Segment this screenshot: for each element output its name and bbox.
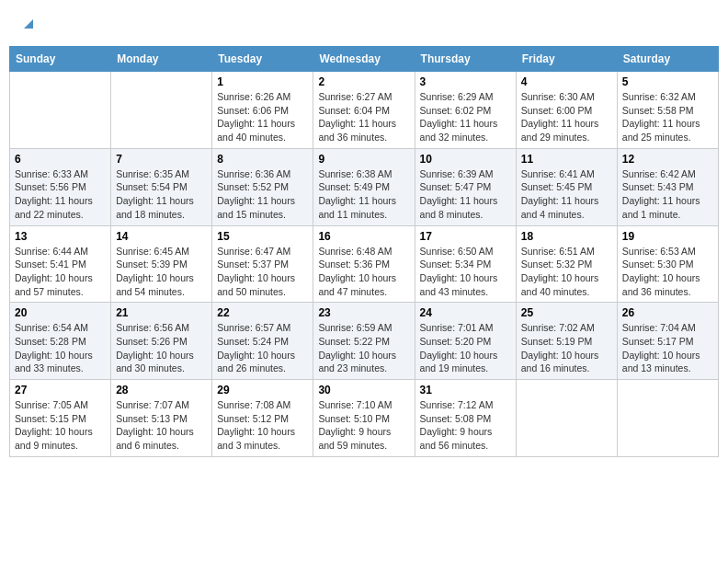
- day-info: Sunrise: 7:12 AM Sunset: 5:08 PM Dayligh…: [420, 398, 511, 453]
- day-number: 10: [420, 153, 511, 166]
- calendar-cell: [516, 380, 617, 457]
- calendar-cell: 9Sunrise: 6:38 AM Sunset: 5:49 PM Daylig…: [313, 148, 415, 225]
- day-info: Sunrise: 7:05 AM Sunset: 5:15 PM Dayligh…: [15, 398, 106, 453]
- logo: [18, 14, 37, 34]
- calendar-cell: 31Sunrise: 7:12 AM Sunset: 5:08 PM Dayli…: [415, 380, 516, 457]
- calendar-cell: 30Sunrise: 7:10 AM Sunset: 5:10 PM Dayli…: [313, 380, 415, 457]
- day-info: Sunrise: 6:39 AM Sunset: 5:47 PM Dayligh…: [420, 167, 511, 222]
- day-info: Sunrise: 6:57 AM Sunset: 5:24 PM Dayligh…: [217, 321, 308, 375]
- page-header: [9, 9, 719, 39]
- day-info: Sunrise: 6:33 AM Sunset: 5:56 PM Dayligh…: [15, 167, 106, 222]
- logo-icon: [20, 14, 37, 30]
- day-number: 14: [116, 230, 207, 243]
- weekday-header-wednesday: Wednesday: [313, 47, 415, 72]
- day-number: 7: [116, 153, 207, 166]
- day-number: 8: [217, 153, 308, 166]
- day-number: 16: [318, 230, 409, 243]
- day-info: Sunrise: 7:01 AM Sunset: 5:20 PM Dayligh…: [420, 321, 511, 375]
- week-row-3: 13Sunrise: 6:44 AM Sunset: 5:41 PM Dayli…: [10, 225, 719, 303]
- day-info: Sunrise: 7:10 AM Sunset: 5:10 PM Dayligh…: [318, 398, 409, 453]
- day-number: 19: [622, 230, 713, 243]
- calendar-cell: 6Sunrise: 6:33 AM Sunset: 5:56 PM Daylig…: [10, 148, 111, 225]
- calendar-cell: [111, 72, 212, 149]
- calendar-cell: 3Sunrise: 6:29 AM Sunset: 6:02 PM Daylig…: [415, 72, 516, 149]
- calendar-cell: 23Sunrise: 6:59 AM Sunset: 5:22 PM Dayli…: [313, 303, 415, 380]
- day-info: Sunrise: 6:41 AM Sunset: 5:45 PM Dayligh…: [521, 167, 612, 222]
- day-number: 25: [521, 306, 612, 319]
- day-info: Sunrise: 6:50 AM Sunset: 5:34 PM Dayligh…: [420, 245, 511, 299]
- day-number: 23: [318, 306, 409, 319]
- calendar-cell: 21Sunrise: 6:56 AM Sunset: 5:26 PM Dayli…: [111, 303, 212, 380]
- day-info: Sunrise: 6:56 AM Sunset: 5:26 PM Dayligh…: [116, 321, 207, 375]
- calendar-cell: 18Sunrise: 6:51 AM Sunset: 5:32 PM Dayli…: [516, 225, 617, 303]
- calendar-cell: 14Sunrise: 6:45 AM Sunset: 5:39 PM Dayli…: [111, 225, 212, 303]
- day-info: Sunrise: 6:44 AM Sunset: 5:41 PM Dayligh…: [15, 245, 106, 299]
- day-number: 22: [217, 306, 308, 319]
- calendar-cell: 10Sunrise: 6:39 AM Sunset: 5:47 PM Dayli…: [415, 148, 516, 225]
- calendar-cell: 11Sunrise: 6:41 AM Sunset: 5:45 PM Dayli…: [516, 148, 617, 225]
- week-row-1: 1Sunrise: 6:26 AM Sunset: 6:06 PM Daylig…: [10, 72, 719, 149]
- week-row-5: 27Sunrise: 7:05 AM Sunset: 5:15 PM Dayli…: [10, 380, 719, 457]
- calendar-cell: 19Sunrise: 6:53 AM Sunset: 5:30 PM Dayli…: [617, 225, 718, 303]
- day-info: Sunrise: 6:29 AM Sunset: 6:02 PM Dayligh…: [420, 90, 511, 144]
- weekday-header-monday: Monday: [111, 47, 212, 72]
- day-info: Sunrise: 6:53 AM Sunset: 5:30 PM Dayligh…: [622, 245, 713, 299]
- calendar-cell: 15Sunrise: 6:47 AM Sunset: 5:37 PM Dayli…: [212, 225, 313, 303]
- calendar-cell: 29Sunrise: 7:08 AM Sunset: 5:12 PM Dayli…: [212, 380, 313, 457]
- day-info: Sunrise: 6:32 AM Sunset: 5:58 PM Dayligh…: [622, 90, 713, 144]
- day-number: 1: [217, 75, 308, 88]
- day-info: Sunrise: 7:04 AM Sunset: 5:17 PM Dayligh…: [622, 321, 713, 375]
- day-number: 21: [116, 306, 207, 319]
- svg-marker-0: [24, 19, 33, 29]
- day-info: Sunrise: 6:48 AM Sunset: 5:36 PM Dayligh…: [318, 245, 409, 299]
- day-number: 5: [622, 75, 713, 88]
- day-number: 11: [521, 153, 612, 166]
- calendar-cell: 26Sunrise: 7:04 AM Sunset: 5:17 PM Dayli…: [617, 303, 718, 380]
- day-info: Sunrise: 7:02 AM Sunset: 5:19 PM Dayligh…: [521, 321, 612, 375]
- calendar-cell: 17Sunrise: 6:50 AM Sunset: 5:34 PM Dayli…: [415, 225, 516, 303]
- day-info: Sunrise: 6:47 AM Sunset: 5:37 PM Dayligh…: [217, 245, 308, 299]
- day-number: 24: [420, 306, 511, 319]
- calendar-cell: 28Sunrise: 7:07 AM Sunset: 5:13 PM Dayli…: [111, 380, 212, 457]
- calendar-cell: 7Sunrise: 6:35 AM Sunset: 5:54 PM Daylig…: [111, 148, 212, 225]
- day-number: 12: [622, 153, 713, 166]
- day-number: 17: [420, 230, 511, 243]
- day-info: Sunrise: 6:59 AM Sunset: 5:22 PM Dayligh…: [318, 321, 409, 375]
- day-info: Sunrise: 7:07 AM Sunset: 5:13 PM Dayligh…: [116, 398, 207, 453]
- calendar-cell: 1Sunrise: 6:26 AM Sunset: 6:06 PM Daylig…: [212, 72, 313, 149]
- day-info: Sunrise: 6:36 AM Sunset: 5:52 PM Dayligh…: [217, 167, 308, 222]
- day-info: Sunrise: 6:35 AM Sunset: 5:54 PM Dayligh…: [116, 167, 207, 222]
- day-info: Sunrise: 6:54 AM Sunset: 5:28 PM Dayligh…: [15, 321, 106, 375]
- day-number: 26: [622, 306, 713, 319]
- day-number: 4: [521, 75, 612, 88]
- calendar-cell: 16Sunrise: 6:48 AM Sunset: 5:36 PM Dayli…: [313, 225, 415, 303]
- calendar-cell: [617, 380, 718, 457]
- day-number: 18: [521, 230, 612, 243]
- day-number: 15: [217, 230, 308, 243]
- calendar-cell: 22Sunrise: 6:57 AM Sunset: 5:24 PM Dayli…: [212, 303, 313, 380]
- day-info: Sunrise: 6:42 AM Sunset: 5:43 PM Dayligh…: [622, 167, 713, 222]
- week-row-2: 6Sunrise: 6:33 AM Sunset: 5:56 PM Daylig…: [10, 148, 719, 225]
- day-info: Sunrise: 6:30 AM Sunset: 6:00 PM Dayligh…: [521, 90, 612, 144]
- calendar-table: SundayMondayTuesdayWednesdayThursdayFrid…: [9, 46, 719, 457]
- weekday-header-saturday: Saturday: [617, 47, 718, 72]
- calendar-cell: 12Sunrise: 6:42 AM Sunset: 5:43 PM Dayli…: [617, 148, 718, 225]
- calendar-cell: 20Sunrise: 6:54 AM Sunset: 5:28 PM Dayli…: [10, 303, 111, 380]
- calendar-cell: 24Sunrise: 7:01 AM Sunset: 5:20 PM Dayli…: [415, 303, 516, 380]
- day-info: Sunrise: 6:27 AM Sunset: 6:04 PM Dayligh…: [318, 90, 409, 144]
- weekday-header-sunday: Sunday: [10, 47, 111, 72]
- day-number: 27: [15, 384, 106, 396]
- calendar-cell: [10, 72, 111, 149]
- weekday-header-thursday: Thursday: [415, 47, 516, 72]
- day-number: 6: [15, 153, 106, 166]
- week-row-4: 20Sunrise: 6:54 AM Sunset: 5:28 PM Dayli…: [10, 303, 719, 380]
- calendar-cell: 13Sunrise: 6:44 AM Sunset: 5:41 PM Dayli…: [10, 225, 111, 303]
- calendar-cell: 2Sunrise: 6:27 AM Sunset: 6:04 PM Daylig…: [313, 72, 415, 149]
- day-number: 29: [217, 384, 308, 396]
- weekday-header-tuesday: Tuesday: [212, 47, 313, 72]
- day-number: 3: [420, 75, 511, 88]
- day-number: 28: [116, 384, 207, 396]
- weekday-header-friday: Friday: [516, 47, 617, 72]
- calendar-cell: 27Sunrise: 7:05 AM Sunset: 5:15 PM Dayli…: [10, 380, 111, 457]
- calendar-cell: 5Sunrise: 6:32 AM Sunset: 5:58 PM Daylig…: [617, 72, 718, 149]
